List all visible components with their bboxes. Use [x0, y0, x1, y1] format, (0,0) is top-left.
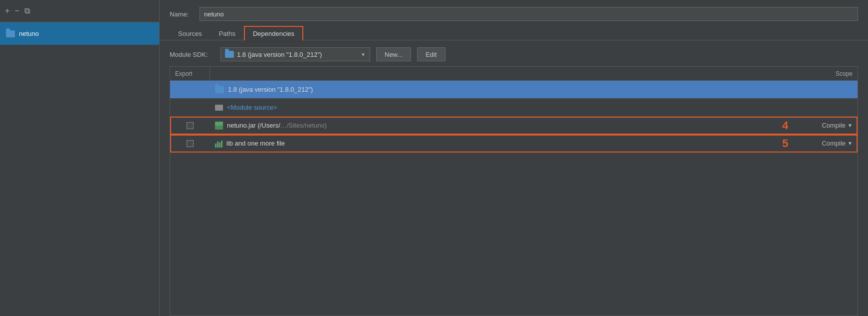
td-number-lib: 5: [773, 137, 793, 150]
folder-icon: [6, 30, 15, 37]
badge-5: 5: [778, 137, 793, 150]
td-export-jar: [170, 122, 210, 129]
jar-icon: [215, 122, 223, 130]
sdk-select-text: 1.8 (java version "1.8.0_212"): [237, 51, 358, 58]
jar-name-text: netuno.jar (/Users/…/Sites/netuno): [227, 122, 327, 129]
td-name-lib: lib and one more file: [210, 140, 773, 148]
sidebar-toolbar: + − ⧉: [0, 0, 159, 22]
sdk-label: Module SDK:: [170, 51, 215, 58]
tab-sources[interactable]: Sources: [170, 26, 211, 40]
sdk-row: Module SDK: 1.8 (java version "1.8.0_212…: [160, 40, 868, 66]
table-row[interactable]: <Module source>: [170, 99, 858, 117]
checkbox-jar[interactable]: [187, 122, 194, 129]
edit-button[interactable]: Edit: [417, 47, 445, 61]
td-scope-lib[interactable]: Compile ▼: [793, 140, 858, 147]
name-label: Name:: [170, 10, 195, 18]
module-source-text: <Module source>: [227, 104, 277, 111]
dependencies-table: Export Scope 1.8 (java version "1.8.0_21…: [170, 66, 858, 316]
sidebar-item-netuno[interactable]: netuno: [0, 22, 159, 45]
jdk-icon: [215, 86, 224, 93]
td-scope-jar[interactable]: Compile ▼: [793, 122, 858, 129]
td-number-jar: 4: [773, 119, 793, 132]
name-row: Name:: [160, 0, 868, 26]
tabs-row: Sources Paths Dependencies: [160, 26, 868, 40]
table-header: Export Scope: [170, 67, 858, 81]
name-input[interactable]: [200, 7, 858, 21]
sidebar-item-label: netuno: [19, 30, 39, 37]
lib-icon: [215, 140, 222, 148]
sidebar: + − ⧉ netuno: [0, 0, 160, 316]
main-panel: Name: Sources Paths Dependencies Module …: [160, 0, 868, 316]
sdk-select[interactable]: 1.8 (java version "1.8.0_212") ▼: [220, 47, 370, 61]
tab-paths[interactable]: Paths: [211, 26, 244, 40]
td-name-module: <Module source>: [210, 104, 793, 111]
table-row[interactable]: lib and one more file 5 Compile ▼: [170, 135, 858, 153]
th-export: Export: [170, 67, 210, 80]
lib-name-text: lib and one more file: [226, 140, 285, 147]
th-name: [210, 67, 793, 80]
jdk-name-text: 1.8 (java version "1.8.0_212"): [228, 86, 313, 93]
th-scope: Scope: [793, 67, 858, 80]
copy-icon[interactable]: ⧉: [24, 6, 30, 15]
table-row[interactable]: 1.8 (java version "1.8.0_212"): [170, 81, 858, 99]
remove-icon[interactable]: −: [14, 6, 19, 15]
sdk-dropdown-arrow: ▼: [361, 52, 366, 57]
td-export-lib: [170, 140, 210, 147]
add-icon[interactable]: +: [5, 6, 9, 15]
checkbox-lib[interactable]: [187, 140, 194, 147]
badge-4: 4: [778, 119, 793, 132]
sdk-folder-icon: [225, 51, 234, 58]
module-icon: [215, 105, 223, 111]
td-name-jar: netuno.jar (/Users/…/Sites/netuno): [210, 122, 773, 130]
tab-dependencies[interactable]: Dependencies: [244, 26, 303, 40]
table-row[interactable]: netuno.jar (/Users/…/Sites/netuno) 4 Com…: [170, 117, 858, 135]
new-button[interactable]: New...: [376, 47, 411, 61]
td-name-jdk: 1.8 (java version "1.8.0_212"): [210, 86, 793, 93]
